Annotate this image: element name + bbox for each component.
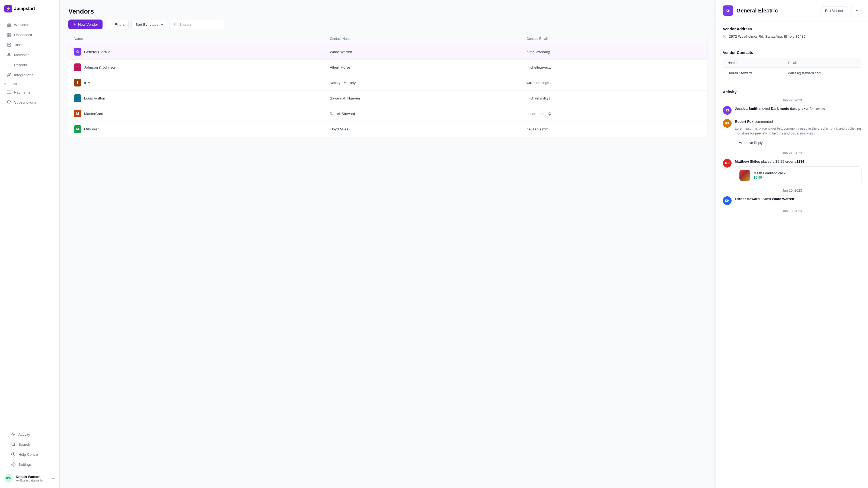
activity-date-label: Jun 22, 2023 [723, 98, 862, 102]
activity-content: Matthew Skiles placed a $9.99 order #123… [735, 159, 862, 184]
refresh-icon [6, 100, 11, 105]
search-icon [174, 22, 178, 27]
leave-reply-button[interactable]: Leave Reply [735, 139, 767, 147]
col-contact-name: Contact Name [324, 34, 521, 44]
contacts-section-title: Vendor Contacts [723, 51, 862, 55]
vendor-address: 2972 Westheimer Rd. Santa Ana, Illinois … [729, 34, 806, 38]
search-input[interactable]: Search [170, 20, 224, 29]
sidebar-item-label: Tasks [14, 43, 24, 47]
grid-icon [6, 32, 11, 37]
sidebar-item-dashboard[interactable]: Dashboard [2, 30, 57, 40]
sidebar-item-activity[interactable]: Activity [6, 429, 53, 439]
sidebar-nav: Welcome Dashboard Tasks Members Reports [0, 18, 59, 426]
filters-button[interactable]: Filters [105, 20, 129, 29]
detail-panel: G General Electric Edit Vendor ⋯ Vendor … [716, 0, 868, 488]
svg-point-4 [8, 53, 9, 55]
address-row: 2972 Westheimer Rd. Santa Ana, Illinois … [723, 34, 862, 39]
bar-chart-icon [6, 62, 11, 67]
sidebar-item-label: Help Centre [19, 453, 38, 457]
user-name: Kristin Watson [16, 475, 49, 479]
sidebar-item-members[interactable]: Members [2, 50, 57, 60]
svg-rect-1 [9, 33, 10, 34]
sort-button[interactable]: Sort By: Latest ▾ [131, 20, 167, 29]
detail-header: G General Electric Edit Vendor ⋯ [716, 0, 868, 22]
table-row[interactable]: M Mitsubishi Floyd Miles nevaeh.simm... [68, 122, 707, 137]
address-section-title: Vendor Address [723, 27, 862, 31]
activity-icon [11, 432, 16, 437]
order-card[interactable]: Mesh Gradient Pack $9.99 · [735, 166, 862, 184]
edit-vendor-button[interactable]: Edit Vendor [820, 6, 848, 15]
activity-list: Jun 22, 2023JSJessica Smith moved Dark m… [723, 98, 862, 213]
activity-content: Jessica Smith moved Dark mode date picke… [735, 106, 862, 115]
sidebar-item-welcome[interactable]: Welcome [2, 20, 57, 30]
svg-line-21 [177, 25, 177, 26]
contacts-header-row: Name Email [723, 58, 862, 68]
vendor-contacts-section: Vendor Contacts Name Email Darrell Stewa… [716, 45, 868, 84]
sidebar-item-label: Subscriptions [14, 100, 36, 104]
contacts-col-email: Email [784, 58, 862, 68]
location-icon [723, 35, 727, 39]
sidebar-item-label: Search [19, 443, 30, 447]
svg-rect-3 [9, 35, 10, 36]
svg-rect-10 [7, 91, 11, 94]
contacts-tbody: Darrell Stewarddarrell@steward.com [723, 68, 862, 78]
sidebar-item-payments[interactable]: Payments [2, 87, 57, 97]
credit-card-icon [6, 90, 11, 95]
contact-row: Darrell Stewarddarrell@steward.com [723, 68, 862, 78]
plus-icon: ＋ [73, 22, 76, 27]
sidebar-item-integrations[interactable]: Integrations [2, 70, 57, 80]
sidebar-item-search[interactable]: Search [6, 440, 53, 449]
app-logo[interactable]: ⚡ Jumpstart [0, 0, 59, 18]
col-contact-email: Contact Email [521, 34, 707, 44]
settings-icon [11, 462, 16, 467]
contacts-col-name: Name [723, 58, 784, 68]
activity-avatar: MS [723, 159, 732, 167]
activity-item: MSMatthew Skiles placed a $9.99 order #1… [723, 159, 862, 184]
detail-vendor-avatar: G [723, 5, 733, 16]
table-row[interactable]: I IBM Kathryn Murphy willie.jennings... [68, 75, 707, 91]
order-price: $9.99 · [753, 176, 785, 180]
table-row[interactable]: J Johnson & Johnson Albert Flores michel… [68, 60, 707, 75]
new-vendor-button[interactable]: ＋ New Vendor [68, 20, 102, 29]
detail-avatar-letter: G [726, 8, 730, 13]
activity-text: Robert Fox commented [735, 119, 862, 124]
activity-section: Acitvity Jun 22, 2023JSJessica Smith mov… [716, 84, 868, 222]
vendors-table-container: Name Contact Name Contact Email G Genera… [60, 34, 716, 488]
user-options-button[interactable]: ··· [52, 476, 55, 480]
check-square-icon [6, 42, 11, 47]
sidebar-item-help-centre[interactable]: Help Centre [6, 450, 53, 459]
contacts-table: Name Email Darrell Stewarddarrell@stewar… [723, 58, 862, 78]
sidebar-item-tasks[interactable]: Tasks [2, 40, 57, 50]
order-card-image [739, 170, 750, 181]
main-content: Vendors ＋ New Vendor Filters Sort By: La… [60, 0, 716, 488]
more-options-button[interactable]: ⋯ [851, 6, 862, 15]
user-profile[interactable]: KW Kristin Watson kw@saaspatterns.io ··· [4, 472, 55, 485]
activity-date-label: Jun 20, 2023 [723, 189, 862, 193]
table-row[interactable]: G General Electric Wade Warren alma.laws… [68, 44, 707, 60]
user-email: kw@saaspatterns.io [16, 479, 49, 482]
user-details: Kristin Watson kw@saaspatterns.io [16, 475, 49, 482]
sidebar-item-label: Settings [19, 462, 32, 466]
sidebar-item-label: Reports [14, 63, 27, 67]
sidebar-item-label: Welcome [14, 23, 29, 27]
sidebar-item-label: Payments [14, 90, 30, 94]
activity-content: Robert Fox commentedLorem ipsum is place… [735, 119, 862, 147]
activity-item: JSJessica Smith moved Dark mode date pic… [723, 106, 862, 115]
page-title: Vendors [68, 8, 707, 15]
vendors-tbody: G General Electric Wade Warren alma.laws… [68, 44, 707, 137]
sidebar-item-settings[interactable]: Settings [6, 459, 53, 469]
svg-point-16 [13, 464, 14, 465]
page-header: Vendors [60, 0, 716, 20]
filter-icon [109, 22, 113, 27]
sidebar-item-subscriptions[interactable]: Subscriptions [2, 97, 57, 107]
avatar: KW [4, 474, 13, 483]
activity-text: Jessica Smith moved Dark mode date picke… [735, 106, 862, 111]
activity-date-label: Jun 21, 2023 [723, 151, 862, 155]
table-row[interactable]: L Louis Vuitton Savannah Nguyen michael.… [68, 91, 707, 106]
sidebar-item-reports[interactable]: Reports [2, 60, 57, 70]
vendor-address-section: Vendor Address 2972 Westheimer Rd. Santa… [716, 22, 868, 45]
activity-item: EHEsther Howard invited Wade Warren [723, 196, 862, 205]
sidebar-item-label: Activity [19, 432, 30, 436]
activity-content: Esther Howard invited Wade Warren [735, 196, 862, 205]
table-row[interactable]: M MasterCard Darrell Steward debbie.bake… [68, 106, 707, 122]
